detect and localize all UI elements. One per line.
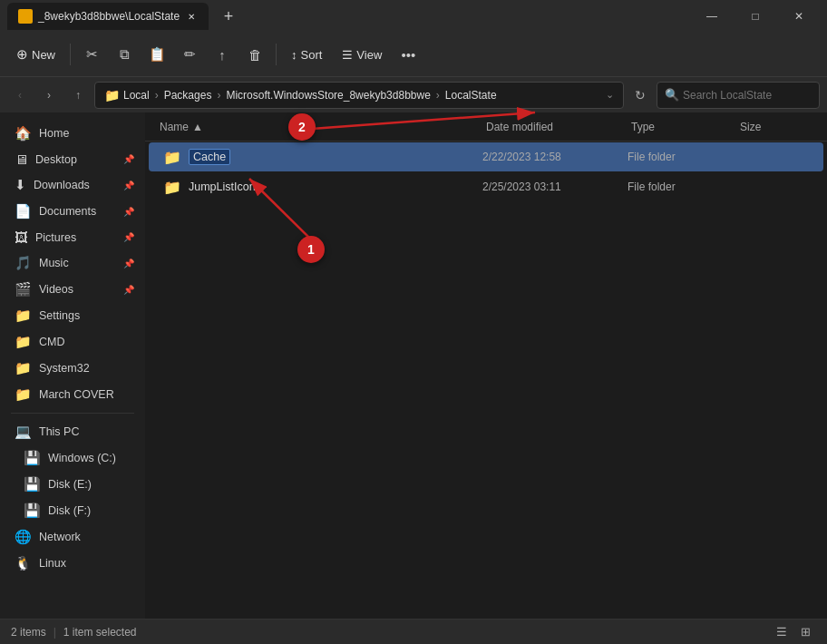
forward-button[interactable]: ›: [36, 83, 62, 108]
sidebar-videos-label: Videos: [39, 283, 73, 296]
tab-close-btn[interactable]: ✕: [185, 10, 198, 23]
cut-button[interactable]: ✂: [76, 39, 107, 70]
breadcrumb-packages: Packages: [164, 89, 212, 102]
sidebar-thispc-label: This PC: [39, 425, 79, 438]
copy-button[interactable]: ⧉: [109, 39, 140, 70]
sort-button[interactable]: ↕ Sort: [282, 39, 331, 70]
desktop-pin-icon: 📌: [123, 154, 134, 164]
search-input[interactable]: [683, 89, 819, 102]
active-tab[interactable]: _8wekyb3d8bbwe\LocalState ✕: [7, 3, 209, 30]
breadcrumb-store: Microsoft.WindowsStore_8wekyb3d8bbwe: [226, 89, 430, 102]
sidebar-item-videos[interactable]: 🎬 Videos 📌: [4, 277, 141, 302]
file-name-editing[interactable]: Cache: [189, 149, 230, 165]
disk-f-icon: 💾: [24, 503, 41, 519]
sidebar-item-march-cover[interactable]: 📁 March COVER: [4, 382, 141, 407]
tab-label: _8wekyb3d8bbwe\LocalState: [38, 10, 180, 23]
windows-c-icon: 💾: [24, 450, 41, 466]
sidebar-home-label: Home: [39, 127, 69, 140]
paste-icon: 📋: [149, 46, 166, 63]
close-button[interactable]: ✕: [778, 2, 820, 31]
col-size-label: Size: [740, 121, 761, 133]
sidebar-item-linux[interactable]: 🐧 Linux: [4, 551, 141, 576]
sidebar-item-system32[interactable]: 📁 System32: [4, 356, 141, 381]
maximize-button[interactable]: □: [735, 2, 776, 31]
file-name-text: JumpListIcons: [189, 181, 261, 193]
sidebar-thispc: 💻 This PC 💾 Windows (C:) 💾 Disk (E:) 💾 D…: [0, 419, 145, 576]
details-view-button[interactable]: ☰: [771, 622, 793, 642]
more-options-button[interactable]: •••: [393, 39, 423, 70]
sidebar-item-downloads[interactable]: ⬇ Downloads 📌: [4, 172, 141, 198]
sidebar-item-home[interactable]: 🏠 Home: [4, 121, 141, 146]
new-button[interactable]: ⊕ New: [7, 39, 64, 70]
col-header-date: Date modified: [486, 121, 631, 133]
up-button[interactable]: ↑: [65, 83, 91, 108]
file-name-cell: 📁 Cache: [163, 149, 482, 166]
large-icons-view-button[interactable]: ⊞: [794, 622, 816, 642]
search-icon: 🔍: [665, 88, 679, 102]
sidebar-item-music[interactable]: 🎵 Music 📌: [4, 250, 141, 276]
breadcrumb[interactable]: 📁 Local › Packages › Microsoft.WindowsSt…: [94, 82, 624, 109]
videos-pin-icon: 📌: [123, 285, 134, 295]
folder-icon: 📁: [163, 149, 181, 166]
refresh-button[interactable]: ↻: [628, 83, 653, 108]
sidebar-documents-label: Documents: [39, 205, 96, 218]
breadcrumb-chevron-icon: ⌄: [606, 89, 614, 101]
view-icon: ☰: [342, 48, 353, 62]
sidebar-item-settings[interactable]: 📁 Settings: [4, 303, 141, 328]
downloads-pin-icon: 📌: [123, 181, 134, 190]
share-icon: ↑: [219, 47, 226, 63]
sidebar-linux-label: Linux: [39, 557, 66, 570]
window-controls: — □ ✕: [691, 2, 820, 31]
breadcrumb-folder-icon: 📁: [104, 88, 120, 102]
sidebar-network-label: Network: [39, 531, 81, 543]
sidebar-item-windows-c[interactable]: 💾 Windows (C:): [4, 445, 141, 471]
sidebar-item-disk-e[interactable]: 💾 Disk (E:): [4, 472, 141, 497]
delete-button[interactable]: 🗑: [239, 39, 270, 70]
documents-icon: 📄: [15, 203, 32, 220]
col-header-size: Size: [740, 121, 812, 133]
sidebar-item-network[interactable]: 🌐 Network: [4, 524, 141, 550]
col-type-label: Type: [631, 121, 655, 133]
table-row[interactable]: 📁 JumpListIcons 2/25/2023 03:11 File fol…: [149, 172, 823, 201]
delete-icon: 🗑: [248, 47, 262, 63]
view-button[interactable]: ☰ View: [333, 39, 391, 70]
rename-icon: ✏: [184, 46, 196, 63]
more-icon: •••: [401, 47, 415, 63]
col-header-name[interactable]: Name ▲: [160, 121, 486, 133]
paste-button[interactable]: 📋: [141, 39, 172, 70]
view-label: View: [356, 48, 382, 62]
col-name-label: Name: [160, 121, 189, 133]
breadcrumb-localstate: LocalState: [445, 89, 497, 102]
toolbar-separator-2: [276, 44, 277, 65]
file-type-cell: File folder: [628, 151, 736, 163]
sidebar-item-desktop[interactable]: 🖥 Desktop 📌: [4, 147, 141, 171]
new-label: New: [32, 48, 55, 62]
file-pane: Name ▲ Date modified Type Size 📁 Cache 2…: [145, 112, 827, 619]
share-button[interactable]: ↑: [207, 39, 238, 70]
sidebar-item-pictures[interactable]: 🖼 Pictures 📌: [4, 225, 141, 249]
sidebar-settings-label: Settings: [39, 309, 80, 322]
sidebar-item-cmd[interactable]: 📁 CMD: [4, 329, 141, 355]
tab-folder-icon: [18, 9, 33, 24]
folder-icon: 📁: [163, 179, 181, 196]
sidebar-item-disk-f[interactable]: 💾 Disk (F:): [4, 498, 141, 523]
back-button[interactable]: ‹: [7, 83, 33, 108]
breadcrumb-sep-3: ›: [436, 89, 440, 102]
pictures-icon: 🖼: [15, 229, 28, 245]
col-name-sort-icon: ▲: [192, 121, 203, 133]
breadcrumb-sep-2: ›: [217, 89, 220, 102]
sidebar-item-documents[interactable]: 📄 Documents 📌: [4, 199, 141, 224]
downloads-icon: ⬇: [15, 177, 26, 193]
titlebar-left: _8wekyb3d8bbwe\LocalState ✕ +: [7, 3, 241, 30]
minimize-button[interactable]: —: [691, 2, 733, 31]
search-box[interactable]: 🔍: [657, 82, 820, 109]
rename-button[interactable]: ✏: [174, 39, 205, 70]
breadcrumb-sep-1: ›: [155, 89, 159, 102]
file-name-cell: 📁 JumpListIcons: [163, 179, 482, 196]
col-header-type: Type: [631, 121, 740, 133]
new-tab-button[interactable]: +: [216, 4, 241, 29]
sidebar-item-thispc[interactable]: 💻 This PC: [4, 419, 141, 444]
table-row[interactable]: 📁 Cache 2/22/2023 12:58 File folder: [149, 142, 823, 171]
sidebar-divider-1: [11, 413, 134, 414]
cmd-icon: 📁: [15, 334, 32, 350]
